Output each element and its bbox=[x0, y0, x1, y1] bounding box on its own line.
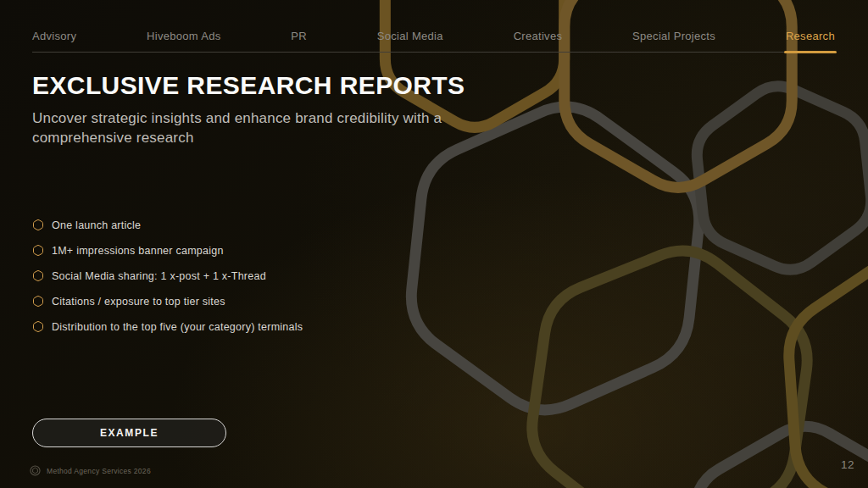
list-item: Social Media sharing: 1 x-post + 1 x-Thr… bbox=[32, 269, 303, 282]
hexagon-bullet-icon bbox=[32, 295, 44, 308]
method-logo-icon bbox=[30, 465, 41, 476]
hexagon-bullet-icon bbox=[32, 269, 44, 282]
nav-tab-creatives[interactable]: Creatives bbox=[514, 30, 563, 52]
list-item-label: Citations / exposure to top tier sites bbox=[52, 296, 225, 308]
footer-credit: Method Agency Services 2026 bbox=[47, 467, 151, 475]
list-item-label: Social Media sharing: 1 x-post + 1 x-Thr… bbox=[52, 270, 266, 282]
example-button[interactable]: EXAMPLE bbox=[32, 419, 226, 447]
page-subtitle: Uncover strategic insights and enhance b… bbox=[32, 108, 449, 148]
list-item: Citations / exposure to top tier sites bbox=[32, 295, 303, 308]
headline-section: EXCLUSIVE RESEARCH REPORTS Uncover strat… bbox=[32, 72, 507, 147]
hexagon-bullet-icon bbox=[32, 219, 44, 231]
nav-tab-advisory[interactable]: Advisory bbox=[32, 30, 76, 52]
footer: Method Agency Services 2026 bbox=[30, 465, 151, 476]
list-item: 1M+ impressions banner campaign bbox=[32, 244, 303, 257]
list-item-label: One launch article bbox=[52, 219, 141, 231]
feature-list: One launch article 1M+ impressions banne… bbox=[32, 219, 303, 346]
list-item-label: Distribution to the top five (your categ… bbox=[52, 321, 303, 333]
top-navigation: Advisory Hiveboom Ads PR Social Media Cr… bbox=[32, 0, 835, 53]
hexagon-bullet-icon bbox=[32, 244, 44, 257]
page-title: EXCLUSIVE RESEARCH REPORTS bbox=[32, 72, 507, 99]
nav-tab-research[interactable]: Research bbox=[786, 30, 835, 52]
nav-tab-hiveboom-ads[interactable]: Hiveboom Ads bbox=[147, 30, 220, 52]
hexagon-bullet-icon bbox=[32, 320, 44, 333]
page-number: 12 bbox=[841, 458, 854, 471]
list-item-label: 1M+ impressions banner campaign bbox=[52, 245, 224, 257]
list-item: One launch article bbox=[32, 219, 303, 231]
nav-tab-social-media[interactable]: Social Media bbox=[377, 30, 443, 52]
list-item: Distribution to the top five (your categ… bbox=[32, 320, 303, 333]
nav-tab-pr[interactable]: PR bbox=[291, 30, 307, 52]
nav-tab-special-projects[interactable]: Special Projects bbox=[632, 30, 715, 52]
